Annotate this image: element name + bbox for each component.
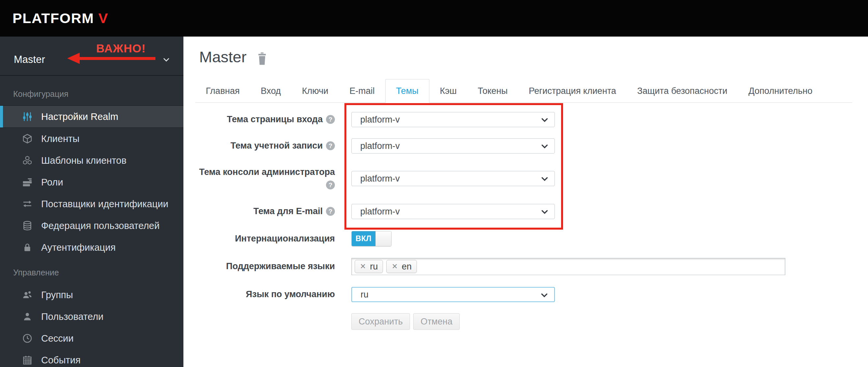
admin-console-theme-value: platform-v xyxy=(360,174,400,184)
sliders-icon xyxy=(22,111,33,122)
supported-locales-label: Поддерживаемые языки xyxy=(196,260,335,273)
sidebar-item-label: Группы xyxy=(41,289,73,301)
sidebar-item-label: Поставщики идентификации xyxy=(41,198,168,210)
toggle-on-label: ВКЛ xyxy=(352,231,375,246)
help-icon[interactable] xyxy=(326,207,335,216)
email-theme-value: platform-v xyxy=(360,207,400,217)
tab-tokens[interactable]: Токены xyxy=(467,80,518,102)
sidebar-item-label: Настройки Realm xyxy=(41,111,118,122)
sidebar-item-label: Шаблоны клиентов xyxy=(41,155,126,166)
annotation-arrow xyxy=(79,57,155,60)
sidebar-item-authentication[interactable]: Аутентификация xyxy=(0,237,183,258)
tab-themes[interactable]: Темы xyxy=(385,79,429,103)
tab-cache[interactable]: Кэш xyxy=(429,80,467,102)
account-theme-select[interactable]: platform-v xyxy=(351,139,555,154)
tab-bar: Главная Вход Ключи E-mail Темы Кэш Токен… xyxy=(195,79,852,103)
users-icon xyxy=(22,289,33,301)
account-theme-label: Тема учетной записи xyxy=(196,140,335,152)
admin-console-theme-select[interactable]: platform-v xyxy=(351,171,555,186)
tab-security-defenses[interactable]: Защита безопасности xyxy=(627,80,738,102)
toggle-knob xyxy=(375,231,391,246)
cubes-icon xyxy=(22,155,33,166)
important-annotation: ВАЖНО! xyxy=(96,42,146,55)
chevron-down-icon xyxy=(540,174,549,183)
tab-email[interactable]: E-mail xyxy=(339,80,385,102)
chevron-down-icon[interactable] xyxy=(162,55,171,64)
sidebar-item-label: Роли xyxy=(41,177,63,188)
sidebar-item-label: Федерация пользователей xyxy=(41,220,160,231)
tab-client-registration[interactable]: Регистрация клиента xyxy=(518,80,627,102)
top-bar: PLATFORM V xyxy=(0,0,868,37)
locale-tag-ru: ru xyxy=(354,260,383,273)
logo-primary-text: PLATFORM xyxy=(12,10,94,26)
sidebar-item-sessions[interactable]: Сессии xyxy=(0,328,183,349)
sidebar-item-users[interactable]: Пользователи xyxy=(0,306,183,328)
trash-icon[interactable] xyxy=(256,52,268,65)
sidebar-item-user-federation[interactable]: Федерация пользователей xyxy=(0,215,183,237)
tab-keys[interactable]: Ключи xyxy=(291,80,339,102)
sidebar-item-clients[interactable]: Клиенты xyxy=(0,128,183,150)
remove-tag-icon[interactable] xyxy=(360,262,366,271)
sidebar-item-groups[interactable]: Группы xyxy=(0,284,183,306)
internationalization-toggle[interactable]: ВКЛ xyxy=(351,231,392,246)
sidebar-item-label: Клиенты xyxy=(41,133,80,144)
account-theme-value: platform-v xyxy=(360,141,400,151)
sidebar-item-events[interactable]: События xyxy=(0,349,183,367)
email-theme-select[interactable]: platform-v xyxy=(351,204,555,219)
sidebar: Master ВАЖНО! Конфигурация Настройки Rea… xyxy=(0,37,183,367)
admin-console-theme-label: Тема консоли администратора xyxy=(196,166,335,191)
sidebar-item-roles[interactable]: Роли xyxy=(0,171,183,193)
login-theme-select[interactable]: platform-v xyxy=(351,112,555,127)
chevron-down-icon xyxy=(540,290,549,300)
cube-icon xyxy=(22,133,33,144)
chevron-down-icon xyxy=(540,207,549,216)
user-icon xyxy=(22,311,33,322)
default-locale-select[interactable]: ru xyxy=(351,287,555,302)
internationalization-label: Интернационализация xyxy=(196,232,335,245)
save-button[interactable]: Сохранить xyxy=(351,313,410,330)
tab-login[interactable]: Вход xyxy=(250,80,291,102)
sidebar-item-identity-providers[interactable]: Поставщики идентификации xyxy=(0,193,183,215)
platform-v-logo: PLATFORM V xyxy=(12,0,108,37)
locale-tag-en: en xyxy=(386,260,416,273)
page-title: Master xyxy=(199,48,247,66)
sidebar-item-label: Пользователи xyxy=(41,311,103,322)
logo-accent-text: V xyxy=(98,10,108,26)
email-theme-label: Тема для E-mail xyxy=(196,205,335,218)
help-icon[interactable] xyxy=(326,115,335,124)
tab-advanced[interactable]: Дополнительно xyxy=(738,80,823,102)
roles-icon xyxy=(22,177,33,188)
help-icon[interactable] xyxy=(326,141,335,150)
sidebar-item-client-templates[interactable]: Шаблоны клиентов xyxy=(0,150,183,171)
annotation-arrow-head xyxy=(67,53,80,64)
sidebar-item-label: События xyxy=(41,355,81,366)
sidebar-item-label: Сессии xyxy=(41,333,73,344)
clock-icon xyxy=(22,333,33,344)
realm-selector[interactable]: Master ВАЖНО! xyxy=(0,37,183,76)
login-theme-label: Тема страницы входа xyxy=(196,113,335,126)
app-window: PLATFORM V Master ВАЖНО! Конфигурация На… xyxy=(0,0,868,367)
cancel-button[interactable]: Отмена xyxy=(413,313,460,330)
calendar-icon xyxy=(22,355,33,366)
sidebar-section-manage: Управление xyxy=(13,268,183,277)
login-theme-value: platform-v xyxy=(360,115,400,125)
remove-tag-icon[interactable] xyxy=(392,262,398,271)
sidebar-section-configuration: Конфигурация xyxy=(13,89,183,99)
database-icon xyxy=(22,220,33,231)
chevron-down-icon xyxy=(540,115,549,125)
tab-general[interactable]: Главная xyxy=(195,80,250,102)
lock-icon xyxy=(22,242,33,253)
supported-locales-input[interactable]: ru en xyxy=(351,258,785,275)
chevron-down-icon xyxy=(540,142,549,151)
main-content: Master Главная Вход Ключи E-mail Темы Кэ… xyxy=(183,37,868,367)
realm-name: Master xyxy=(14,54,45,66)
help-icon[interactable] xyxy=(326,181,335,189)
sidebar-item-realm-settings[interactable]: Настройки Realm xyxy=(0,105,183,128)
default-locale-label: Язык по умолчанию xyxy=(196,288,335,301)
exchange-icon xyxy=(22,198,33,210)
default-locale-value: ru xyxy=(361,289,369,300)
sidebar-item-label: Аутентификация xyxy=(41,242,116,253)
